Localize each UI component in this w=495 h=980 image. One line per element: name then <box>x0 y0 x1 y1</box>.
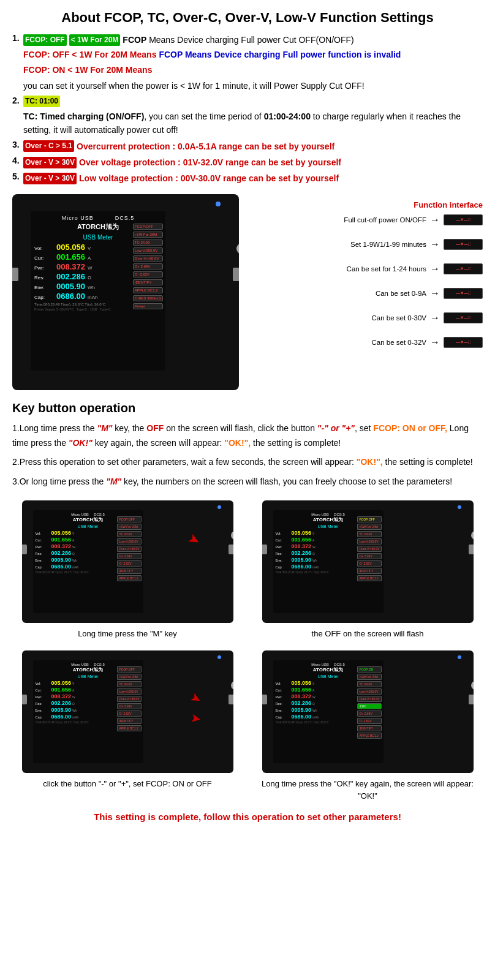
device-image-3: Micro USB DCS.5 ATORCH旭为 USB Meter Vol:0… <box>22 650 233 773</box>
overvoltage-tag: Over - V > 30V <box>23 157 77 168</box>
sm-badge-id3: IDENTIFY <box>117 718 141 724</box>
off-flash-ref: OFF <box>325 629 341 638</box>
arrow-3: → <box>430 263 440 274</box>
list-item: 5. Over - V > 30V Low voltage protection… <box>12 172 483 185</box>
fcop-set-ref: FCOP: ON or OFF, <box>373 423 447 433</box>
cur-value: 001.656 <box>56 252 85 262</box>
sm-badge-o5: O+ 2.69V <box>117 703 141 709</box>
sm-screen-2: Micro USB DCS.5 ATORCH旭为 USB Meter Vol:0… <box>273 510 384 613</box>
cap-unit: mAh <box>88 295 97 300</box>
func-label-5: Can be set 0-30V <box>371 314 426 322</box>
caption-3: click the button "-" or "+", set FCOP: O… <box>43 778 211 791</box>
caption-2: the OFF on the screen will flash <box>312 628 424 641</box>
device-image-1: Micro USB DCS.5 ATORCH旭为 USB Meter Vol:0… <box>22 500 233 623</box>
minus-plus-cap: "-" or "+" <box>99 779 129 788</box>
usb-right-4 <box>469 695 474 704</box>
tc-text: TC: Timed charging (ON/OFF), you can set… <box>23 110 483 137</box>
overvoltage-text: Over voltage protection : 01V-32.0V rang… <box>79 156 341 169</box>
device-box-2: Micro USB DCS.5 ATORCH旭为 USB Meter Vol:0… <box>252 500 483 641</box>
sm-badge-fcop-on: FCOP:ON <box>357 666 381 673</box>
knob-1 <box>231 531 233 540</box>
lowvoltage-text: Low voltage protection : 00V-30.0V range… <box>79 172 339 185</box>
led-3 <box>217 655 221 659</box>
knob-2 <box>471 531 474 540</box>
key-button-section: Key button operation 1.Long time press t… <box>12 401 483 489</box>
sm-badge-o2: O- 2.62V <box>117 560 141 567</box>
mini-text-6: —✕—□ <box>456 340 470 345</box>
sm-badge-o1: O+ 2.69V <box>117 553 141 559</box>
func-label-3: Can be set for 1-24 hours <box>347 265 426 273</box>
sm-badge-overv-1: Over-V:<30.0V <box>117 546 141 552</box>
side-badges: FCOP:OFF >1W For 20M TC 24:00 Low-V:055.… <box>133 224 163 309</box>
func-item-5: Can be set 0-30V → —✕—□ <box>249 312 483 323</box>
m-key-ref-1: "M" <box>97 423 113 433</box>
knob-4 <box>471 681 474 690</box>
sm-badge-o4: O- 2.62V <box>357 560 381 567</box>
badge-lowv: Low-V:055.0V <box>133 247 163 254</box>
badge-fcop: FCOP:OFF <box>133 224 163 230</box>
sm-badge-1w-4: >1W For 20M <box>357 674 381 680</box>
list-item: 2. TC: 01:00 TC: Timed charging (ON/OFF)… <box>12 96 483 137</box>
caption-1: Long time press the "M" key <box>78 628 177 641</box>
badge-ominus: O- 2.62V <box>133 271 163 277</box>
func-label-4: Can be set 0-9A <box>376 290 426 297</box>
vol-value: 005.056 <box>56 243 85 252</box>
mini-display-3: —✕—□ <box>444 263 483 274</box>
func-item-6: Can be set 0-32V → —✕—□ <box>249 337 483 348</box>
fcop-tag: FCOP: OFF <box>23 34 67 46</box>
badge-apple: APPLE BC1.2 <box>133 287 163 293</box>
sm-badge-tc-3: TC 24:00 <box>117 681 141 687</box>
usb-left-4 <box>262 695 267 704</box>
item-content: Over - V > 30V Over voltage protection :… <box>23 156 483 169</box>
func-item-1: Full cut-off power ON/OFF → —✕—□ <box>249 214 483 225</box>
sm-badge-fcop-1: FCOP:OFF <box>117 516 141 522</box>
arrow-2: → <box>430 239 440 250</box>
item-number: 4. <box>12 156 21 169</box>
item-content: Over - C > 5.1 Overcurrent protection : … <box>23 140 483 153</box>
badge-cres: C-RES 9999mΩ <box>133 295 163 301</box>
micro-usb-label: Micro USB DCS.5 <box>34 215 162 221</box>
page-title: About FCOP, TC, Over-C, Over-V, Low-V Fu… <box>12 10 483 26</box>
sm-badge-overv-3: Over-V:<30.0V <box>117 696 141 702</box>
sm-badge-overv-2: Over-V:<30.0V <box>357 546 381 552</box>
arrow-indicator-3b: ➤ <box>190 711 202 726</box>
ok-appear-1: "OK!", <box>224 438 251 448</box>
sm-badge-o6: O- 2.62V <box>117 710 141 717</box>
badge-tc: TC 24:00 <box>133 239 163 246</box>
cap-label: Cap: <box>34 295 54 300</box>
fcop-off-label: FCOP: OFF < 1W For 20M Means <box>23 48 156 61</box>
fcop-sub-tag: < 1W For 20M <box>69 34 121 46</box>
overcurrent-text: Overcurrent protection : 0.0A-5.1A range… <box>77 140 334 153</box>
usb-left <box>12 268 18 281</box>
knob-3 <box>231 681 233 690</box>
sm-screen-4: Micro USB DCS.5 ATORCH旭为 USB Meter Vol:0… <box>273 660 384 763</box>
sm-badge-apple2: APPLE BC1.2 <box>357 575 381 581</box>
pwr-label: Pwr: <box>34 265 54 271</box>
mini-display-1: —✕—□ <box>444 214 483 225</box>
device-image-4: Micro USB DCS.5 ATORCH旭为 USB Meter Vol:0… <box>262 650 474 773</box>
sm-badge-1w-1: >1W For 20M <box>117 524 141 530</box>
sm-badge-o8: O- 2.62V <box>357 718 381 724</box>
fcop-off-desc: FCOP Means Device charging Full power fu… <box>159 48 401 61</box>
mini-text-5: —✕—□ <box>456 315 470 320</box>
mini-display-5: —✕—□ <box>444 312 483 323</box>
arrow-6: → <box>430 337 440 348</box>
sm-screen-1: Micro USB DCS.5 ATORCH旭为 USB Meter Vol:0… <box>33 510 143 613</box>
diagram-area: Micro USB DCS.5 ATORCH旭为 USB Meter Vol: … <box>12 194 483 390</box>
sm-badge-tc-2: TC 24:00 <box>357 531 381 537</box>
ene-unit: Wh <box>88 285 95 290</box>
func-label-1: Full cut-off power ON/OFF <box>344 216 426 224</box>
key-section-title: Key button operation <box>12 401 483 415</box>
arrow-indicator-1: ➤ <box>186 530 202 548</box>
usb-left-1 <box>22 545 27 554</box>
sm-badge-fcop-2: FCOP:OFF <box>357 516 381 522</box>
page-container: About FCOP, TC, Over-C, Over-V, Low-V Fu… <box>0 0 495 832</box>
badge-identify: IDENTIFY <box>133 279 163 285</box>
device-image-2: Micro USB DCS.5 ATORCH旭为 USB Meter Vol:0… <box>262 500 474 623</box>
key-para-1: 1.Long time press the "M" key, the OFF o… <box>12 421 483 451</box>
sm-badge-apple4: APPLE BC1.2 <box>357 733 381 739</box>
badge-1w: >1W For 20M <box>133 232 163 238</box>
caption-4: Long time press the "OK!" key again, the… <box>252 778 483 804</box>
key-para-2: 2.Press this operation to set other para… <box>12 455 483 470</box>
usb-right <box>233 268 239 281</box>
